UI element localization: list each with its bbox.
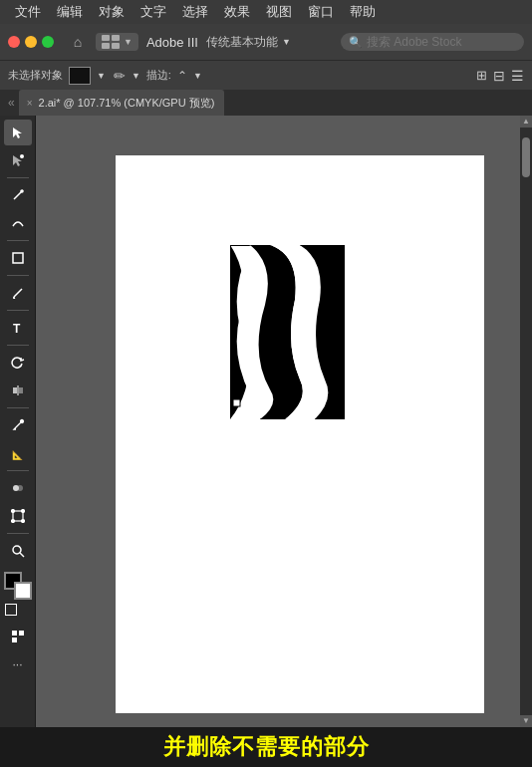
svg-point-3: [21, 190, 23, 192]
measure-tool-button[interactable]: 📐: [4, 440, 32, 466]
no-color-button[interactable]: [5, 604, 17, 616]
stroke-icon[interactable]: ✏: [114, 68, 126, 84]
selection-tool-button[interactable]: [4, 120, 32, 145]
svg-text:📐: 📐: [12, 449, 24, 460]
tabbar: « × 2.ai* @ 107.71% (CMYK/GPU 预览): [0, 90, 532, 116]
menu-effect[interactable]: 效果: [217, 0, 257, 24]
paintbrush-tool-button[interactable]: [4, 280, 32, 306]
svg-rect-4: [13, 253, 23, 263]
menu-file[interactable]: 文件: [8, 0, 48, 24]
tool-separator-3: [7, 275, 29, 276]
type-tool-button[interactable]: T: [4, 315, 32, 341]
svg-point-17: [11, 520, 14, 523]
zoom-tool-button[interactable]: [4, 538, 32, 564]
transform-tool-button[interactable]: [4, 503, 32, 529]
distribute-icon[interactable]: ⊟: [493, 68, 505, 84]
menu-edit[interactable]: 编辑: [50, 0, 90, 24]
direct-selection-tool-button[interactable]: [4, 147, 32, 173]
main-area: T 📐: [0, 116, 532, 727]
search-input[interactable]: [367, 35, 516, 49]
no-selection-label: 未选择对象: [8, 68, 63, 83]
pen-tool-button[interactable]: [4, 182, 32, 208]
toolbar-second: 未选择对象 ▼ ✏ ▼ 描边: ⌃ ▼ ⊞ ⊟ ☰: [0, 60, 532, 90]
stroke-label: 描边:: [146, 68, 171, 83]
eyedropper-tool-button[interactable]: [4, 412, 32, 438]
svg-point-18: [21, 520, 24, 523]
color-swatches: [4, 572, 32, 600]
more-tools-button[interactable]: ···: [4, 651, 32, 677]
menu-object[interactable]: 对象: [92, 0, 132, 24]
tool-separator-7: [7, 470, 29, 471]
artwork-container[interactable]: [230, 245, 345, 419]
workspace-grid-icon: [102, 35, 120, 49]
symbol-tool-button[interactable]: [4, 624, 32, 649]
svg-point-19: [13, 546, 21, 554]
traffic-lights: [8, 36, 54, 48]
maximize-window-button[interactable]: [42, 36, 54, 48]
svg-point-2: [20, 154, 24, 158]
tab-prev-button[interactable]: «: [4, 96, 19, 110]
stroke-dropdown-arrow[interactable]: ▼: [132, 71, 140, 81]
svg-rect-6: [13, 387, 17, 393]
search-bar[interactable]: 🔍: [341, 33, 524, 51]
tab-close-button[interactable]: ×: [27, 98, 33, 109]
menu-text[interactable]: 文字: [133, 0, 173, 24]
scroll-up-button[interactable]: ▲: [520, 116, 532, 128]
artwork-svg: [230, 245, 345, 419]
reflect-tool-button[interactable]: [4, 378, 32, 403]
preset-label: 传统基本功能: [206, 34, 278, 51]
stroke-up-down[interactable]: ⌃: [177, 69, 187, 83]
svg-rect-22: [19, 631, 24, 636]
tool-separator-5: [7, 345, 29, 346]
toolbar-right: ⊞ ⊟ ☰: [476, 68, 524, 84]
scroll-down-button[interactable]: ▼: [520, 715, 532, 727]
svg-marker-0: [13, 128, 22, 138]
svg-rect-25: [233, 399, 240, 406]
tool-separator-8: [7, 533, 29, 534]
options-icon[interactable]: ☰: [511, 68, 524, 84]
toolbar-top: ⌂ ▼ Adobe III 传统基本功能 ▼ 🔍: [0, 24, 532, 60]
left-toolbar: T 📐: [0, 116, 36, 727]
stroke-type-dropdown[interactable]: ▼: [193, 71, 202, 81]
svg-point-10: [20, 420, 23, 423]
scroll-track[interactable]: [520, 128, 532, 715]
workspace-name-label: Adobe III: [146, 35, 198, 50]
minimize-window-button[interactable]: [25, 36, 37, 48]
svg-line-20: [20, 553, 24, 557]
workspace-dropdown-arrow: ▼: [124, 37, 133, 47]
home-icon[interactable]: ⌂: [68, 32, 88, 52]
background-color[interactable]: [14, 582, 32, 600]
scroll-thumb[interactable]: [522, 137, 530, 177]
fill-dropdown-arrow[interactable]: ▼: [97, 71, 106, 81]
close-window-button[interactable]: [8, 36, 20, 48]
preset-selector[interactable]: 传统基本功能 ▼: [206, 34, 291, 51]
tab-label: 2.ai* @ 107.71% (CMYK/GPU 预览): [39, 96, 215, 111]
menubar: 文件 编辑 对象 文字 选择 效果 视图 窗口 帮助: [0, 0, 532, 24]
rectangle-tool-button[interactable]: [4, 245, 32, 271]
svg-point-13: [17, 485, 23, 491]
curvature-tool-button[interactable]: [4, 210, 32, 236]
fill-color-swatch[interactable]: [69, 67, 91, 85]
rotate-tool-button[interactable]: [4, 350, 32, 376]
extra-tool-1: [4, 624, 32, 649]
svg-text:T: T: [13, 322, 21, 335]
workspace-selector[interactable]: ▼: [96, 33, 138, 51]
menu-select[interactable]: 选择: [175, 0, 215, 24]
canvas-area[interactable]: [36, 116, 520, 727]
tab-active[interactable]: × 2.ai* @ 107.71% (CMYK/GPU 预览): [19, 90, 225, 116]
align-icon[interactable]: ⊞: [476, 68, 487, 83]
blend-tool-button[interactable]: [4, 475, 32, 501]
menu-window[interactable]: 窗口: [301, 0, 341, 24]
search-icon: 🔍: [349, 36, 363, 49]
svg-rect-23: [12, 638, 17, 642]
svg-rect-14: [13, 511, 23, 521]
tool-separator-6: [7, 407, 29, 408]
subtitle-text: 并删除不需要的部分: [163, 732, 370, 762]
preset-dropdown-arrow: ▼: [282, 37, 291, 47]
scrollbar-right[interactable]: ▲ ▼: [520, 116, 532, 727]
menu-view[interactable]: 视图: [259, 0, 299, 24]
color-controls: [5, 604, 31, 616]
menu-help[interactable]: 帮助: [343, 0, 383, 24]
canvas-paper: [116, 155, 484, 713]
svg-rect-7: [19, 387, 23, 393]
